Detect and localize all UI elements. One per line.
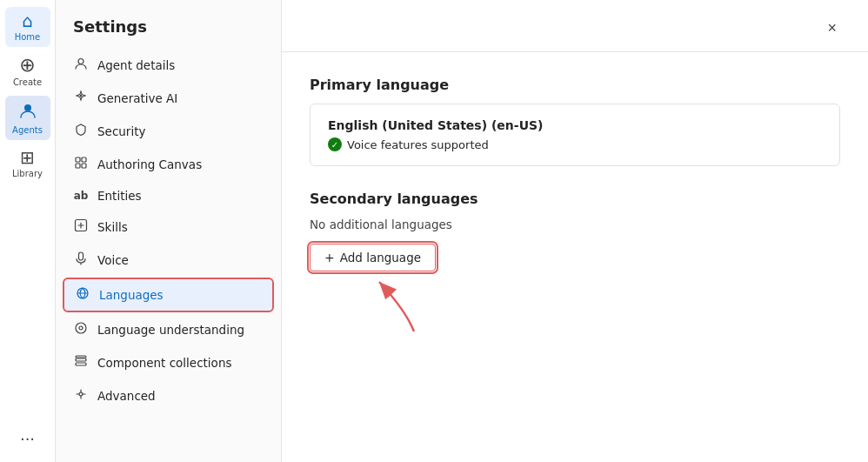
svg-rect-3	[76, 157, 80, 162]
languages-icon	[75, 286, 90, 304]
voice-supported-label: Voice features supported	[347, 138, 489, 151]
svg-rect-5	[76, 164, 80, 168]
svg-point-1	[78, 59, 83, 64]
svg-rect-13	[76, 358, 86, 361]
secondary-languages-section: Secondary languages No additional langua…	[310, 191, 840, 271]
component-collections-icon	[73, 354, 89, 372]
sidebar-item-languages[interactable]: Languages	[63, 278, 274, 312]
sidebar-label-skills: Skills	[97, 220, 128, 234]
sidebar-label-component-collections: Component collections	[97, 356, 231, 370]
voice-supported-row: ✓ Voice features supported	[328, 137, 822, 151]
svg-rect-15	[76, 356, 86, 358]
sidebar-item-skills[interactable]: Skills	[63, 211, 274, 243]
create-icon: ⊕	[19, 56, 35, 75]
svg-point-11	[76, 323, 86, 333]
plus-icon: +	[324, 251, 335, 264]
sidebar-item-advanced[interactable]: Advanced	[63, 380, 274, 412]
agents-icon	[18, 101, 37, 123]
generative-ai-icon	[73, 90, 89, 107]
svg-point-2	[80, 95, 82, 97]
sidebar-label-agent-details: Agent details	[97, 58, 175, 72]
nav-label-library: Library	[12, 169, 43, 178]
library-icon: ⊞	[20, 149, 35, 166]
svg-point-12	[79, 326, 83, 330]
sidebar-label-security: Security	[97, 124, 145, 138]
advanced-icon	[73, 387, 89, 405]
add-language-label: Add language	[340, 251, 421, 264]
sidebar-menu: Agent details Generative AI Security Aut…	[56, 46, 281, 415]
language-understanding-icon	[73, 321, 89, 338]
main-header: ×	[282, 0, 868, 52]
voice-icon	[73, 251, 89, 269]
sidebar-item-component-collections[interactable]: Component collections	[63, 347, 274, 378]
sidebar-label-generative-ai: Generative AI	[97, 91, 177, 105]
svg-rect-6	[82, 164, 86, 168]
sidebar-label-voice: Voice	[97, 253, 129, 267]
nav-item-home[interactable]: ⌂ Home	[5, 7, 50, 47]
skills-icon	[73, 218, 89, 236]
authoring-canvas-icon	[73, 156, 89, 173]
svg-rect-8	[79, 252, 83, 260]
svg-rect-4	[82, 157, 86, 162]
secondary-languages-title: Secondary languages	[310, 191, 840, 207]
nav-label-agents: Agents	[12, 125, 43, 135]
add-language-button[interactable]: + Add language	[310, 244, 436, 271]
svg-rect-14	[76, 363, 86, 365]
main-content-area: × Primary language English (United State…	[282, 0, 868, 462]
no-additional-languages-text: No additional languages	[310, 218, 840, 231]
sidebar-item-language-understanding[interactable]: Language understanding	[63, 314, 274, 345]
nav-item-agents[interactable]: Agents	[5, 96, 50, 140]
primary-language-title: Primary language	[310, 77, 840, 93]
sidebar-label-language-understanding: Language understanding	[97, 323, 244, 337]
nav-label-create: Create	[13, 77, 42, 87]
home-icon: ⌂	[22, 12, 33, 30]
sidebar-item-entities[interactable]: ab Entities	[63, 182, 274, 210]
check-icon: ✓	[328, 137, 342, 151]
main-content: Primary language English (United States)…	[282, 52, 868, 462]
annotation-arrow	[353, 275, 423, 336]
primary-language-name: English (United States) (en-US)	[328, 118, 822, 132]
agent-details-icon	[73, 57, 89, 74]
sidebar-label-entities: Entities	[97, 189, 142, 203]
nav-more-button[interactable]: ···	[20, 430, 35, 448]
settings-sidebar: Settings Agent details Generative AI Sec…	[56, 0, 282, 462]
add-language-container: + Add language	[310, 244, 436, 271]
nav-bar: ⌂ Home ⊕ Create Agents ⊞ Library ···	[0, 0, 56, 462]
security-icon	[73, 123, 89, 140]
svg-point-16	[79, 392, 83, 396]
nav-label-home: Home	[15, 32, 41, 42]
sidebar-title: Settings	[56, 0, 281, 46]
sidebar-label-advanced: Advanced	[97, 389, 156, 403]
sidebar-item-agent-details[interactable]: Agent details	[63, 50, 274, 81]
svg-point-0	[24, 104, 31, 111]
sidebar-label-languages: Languages	[99, 288, 164, 302]
sidebar-item-authoring-canvas[interactable]: Authoring Canvas	[63, 149, 274, 180]
nav-item-library[interactable]: ⊞ Library	[5, 144, 50, 184]
entities-icon: ab	[73, 190, 89, 202]
primary-language-card: English (United States) (en-US) ✓ Voice …	[310, 104, 840, 166]
sidebar-label-authoring-canvas: Authoring Canvas	[97, 157, 202, 171]
sidebar-item-generative-ai[interactable]: Generative AI	[63, 83, 274, 114]
sidebar-item-security[interactable]: Security	[63, 116, 274, 147]
nav-item-create[interactable]: ⊕ Create	[5, 50, 50, 92]
sidebar-item-voice[interactable]: Voice	[63, 244, 274, 276]
close-button[interactable]: ×	[824, 16, 840, 41]
